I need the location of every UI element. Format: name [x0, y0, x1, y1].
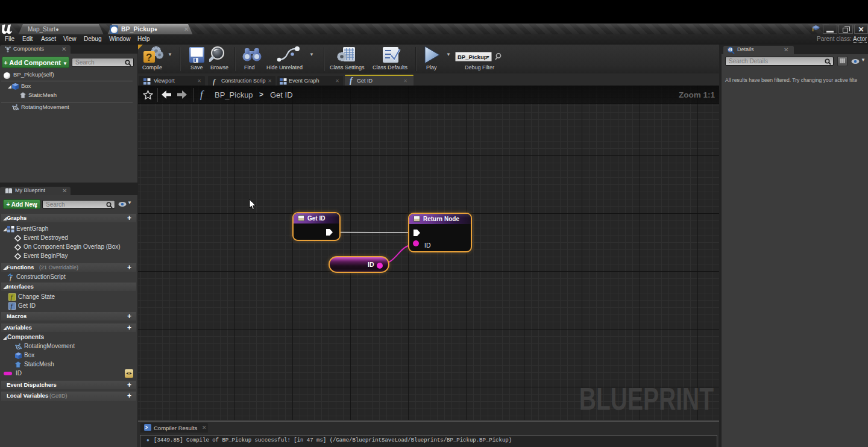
svg-text:?: ?: [146, 52, 152, 63]
svg-text:i: i: [729, 48, 731, 53]
